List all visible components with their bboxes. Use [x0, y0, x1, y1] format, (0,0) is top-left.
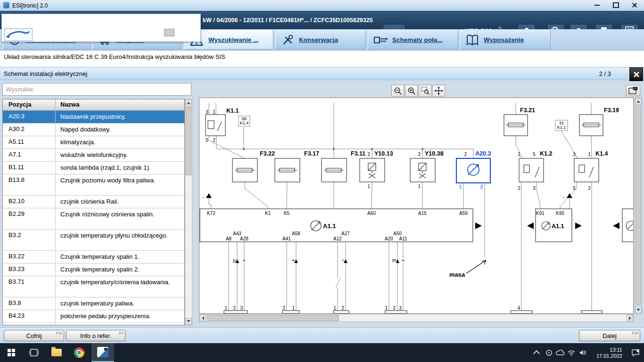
tray-icon-network[interactable]: [566, 343, 577, 362]
row-name: czujnik temperatury/ciśnienia ładowania.: [56, 276, 184, 297]
table-row[interactable]: B2.29Czujnik różnicowy ciśnienia spalin.: [3, 208, 184, 230]
back-button[interactable]: Cofnij F11: [4, 330, 64, 341]
terminal-number: 4: [517, 305, 520, 311]
table-scrollbar[interactable]: [185, 99, 192, 325]
scroll-up-button[interactable]: [635, 98, 642, 105]
scroll-down-button[interactable]: [185, 318, 192, 325]
table-row[interactable]: A20.3Nastawnik przepustnicy.: [3, 111, 184, 123]
section-close-button[interactable]: [629, 67, 643, 81]
fullscreen-diagram-button[interactable]: [626, 85, 640, 96]
polarity-symbol: +: [243, 258, 246, 263]
polarity-symbol: -: [228, 258, 229, 263]
chrome-icon: [74, 347, 84, 358]
minimize-button[interactable]: [587, 0, 606, 10]
table-row[interactable]: A5.11klimatyzacja.: [3, 136, 184, 149]
table-row[interactable]: B3.23Czujnik temperatury spalin 2.: [3, 263, 184, 276]
diagram-hscrollbar[interactable]: [199, 314, 634, 322]
zoom-out-icon: [393, 86, 402, 95]
fkey-hint: F2: [119, 331, 124, 335]
tab-wyposazenie[interactable]: Wyposażenie: [460, 30, 551, 49]
scrollbar-thumb[interactable]: [207, 315, 339, 321]
esi-tronic-taskbar-button[interactable]: [91, 343, 114, 362]
start-button[interactable]: [0, 343, 23, 362]
zoom-out-button[interactable]: [391, 85, 404, 97]
scroll-left-button[interactable]: [199, 314, 206, 321]
terminal-number: 1: [385, 305, 388, 311]
pin-number: 3: [206, 109, 208, 115]
maximize-icon: [613, 2, 619, 8]
pin-number: 5: [206, 138, 208, 143]
table-row[interactable]: A30.2Napęd dodatkowy.: [3, 123, 184, 136]
esi-app-icon: [97, 347, 108, 357]
column-header-pozycja[interactable]: Pozycja: [3, 99, 56, 110]
tray-icon-cloud[interactable]: [554, 343, 566, 362]
scroll-up-button[interactable]: [185, 99, 192, 107]
pin-number: 1: [518, 152, 520, 157]
table-row[interactable]: B3.8czujnik temperatury paliwa.: [3, 297, 184, 310]
wiring-diagram[interactable]: K1.1 3 1 5 2 68 K1.4 F3.21 31 K1.1 F3.19…: [199, 98, 634, 314]
row-name: czujnik ciśnienia Rail.: [56, 196, 184, 208]
tab-konserwacja[interactable]: Konserwacja: [275, 30, 366, 49]
component-label: F3.21: [520, 107, 535, 114]
row-pos: B1.11: [3, 162, 56, 174]
table-row[interactable]: B1.11sonda lambda (rząd 1, czujnik 1).: [3, 162, 184, 174]
polarity-symbol: -: [337, 258, 338, 263]
scrollbar-thumb[interactable]: [186, 107, 191, 175]
tab-schematy-polaczen[interactable]: Schematy połą...: [368, 30, 458, 49]
ecu-pin: A12: [333, 236, 342, 241]
maximize-button[interactable]: [606, 0, 625, 10]
table-row[interactable]: B4.24Czujnik położ. pedału: [3, 323, 184, 325]
wifi-icon: [568, 350, 575, 356]
next-button[interactable]: Dalej F12: [579, 330, 640, 341]
pin-number: 1: [588, 152, 591, 157]
pan-button[interactable]: [432, 85, 445, 97]
component-label: K1.1: [226, 107, 239, 114]
pan-arrows-icon: [434, 86, 443, 95]
row-pos: B2.29: [3, 208, 56, 229]
close-button[interactable]: [625, 0, 644, 10]
taskbar-clock[interactable]: 13:11 17.01.2022: [584, 343, 624, 362]
diagram-vscrollbar[interactable]: [635, 98, 642, 314]
ref-label: K1.4: [240, 121, 249, 125]
zoom-area-button[interactable]: [419, 85, 431, 97]
scroll-down-button[interactable]: [635, 306, 642, 313]
ground-minus: -: [562, 195, 564, 200]
table-header: Pozycja Nazwa: [3, 99, 184, 111]
table-row[interactable]: B3.2czujnik temperatury płynu chłodząceg…: [3, 230, 184, 251]
pin-number: 2: [213, 138, 215, 143]
component-label: K1.4: [595, 150, 608, 157]
table-row[interactable]: B2.10czujnik ciśnienia Rail.: [3, 196, 184, 208]
row-pos: A5.11: [3, 136, 56, 148]
tray-expand-button[interactable]: [531, 343, 542, 362]
zoom-in-button[interactable]: [405, 85, 418, 97]
info-reference-button[interactable]: Info o refer. F2: [66, 330, 125, 341]
column-header-nazwa[interactable]: Nazwa: [56, 99, 184, 110]
table-row[interactable]: B3.22Czujnik temperatury spalin 1.: [3, 251, 184, 263]
wires: [209, 103, 592, 311]
row-pos: B3.2: [3, 230, 56, 250]
terminal-number: 1: [333, 305, 336, 311]
footer-bar: Cofnij F11 Info o refer. F2 Dalej F12: [0, 327, 644, 343]
terminal-number: 1: [292, 305, 295, 311]
chrome-button[interactable]: [69, 343, 90, 362]
table-row[interactable]: B4.23położenie pedału przyspieszenia.: [3, 310, 184, 323]
row-pos: A20.3: [3, 111, 56, 123]
scrollbar-thumb[interactable]: [636, 106, 641, 305]
tray-icon-1[interactable]: [543, 343, 554, 362]
table-row[interactable]: A7.1wskaźnik wielofunkcyjny.: [3, 149, 184, 162]
glitch-gray-button: [164, 29, 174, 36]
scroll-right-button[interactable]: [627, 314, 633, 321]
file-explorer-button[interactable]: [46, 343, 67, 362]
row-name: Nastawnik przepustnicy.: [56, 111, 184, 123]
ref-label: K1.1: [557, 125, 566, 130]
table-row[interactable]: B13.8Czujnik poziomu wody filtra paliwa.: [3, 174, 184, 196]
row-pos: B4.23: [3, 310, 56, 322]
table-row[interactable]: B3.71czujnik temperatury/ciśnienia ładow…: [3, 276, 184, 297]
task-view-button[interactable]: [24, 343, 44, 362]
action-center-button[interactable]: [627, 343, 644, 362]
a203-highlight-box[interactable]: [456, 158, 490, 183]
search-input[interactable]: [2, 83, 191, 96]
row-name: Czujnik położ. pedału: [56, 323, 184, 325]
glitch-overlay-window: [1, 14, 201, 42]
row-pos: B3.23: [3, 263, 56, 276]
